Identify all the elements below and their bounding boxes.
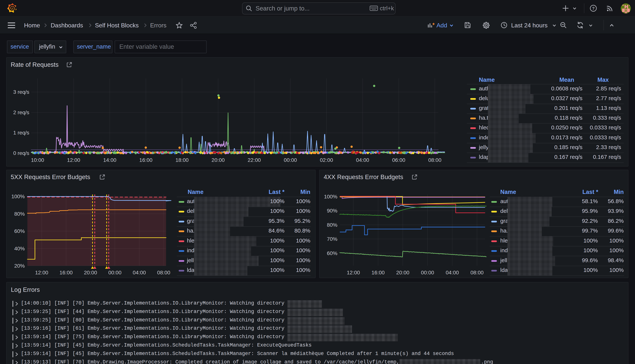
svg-text:08:00: 08:00 bbox=[428, 157, 441, 163]
svg-text:04:00: 04:00 bbox=[356, 157, 369, 163]
svg-text:02:00: 02:00 bbox=[320, 157, 333, 163]
svg-text:06:00: 06:00 bbox=[392, 157, 405, 163]
svg-text:10:00: 10:00 bbox=[31, 157, 44, 163]
svg-text:20:00: 20:00 bbox=[212, 157, 225, 163]
svg-text:?: ? bbox=[592, 6, 594, 11]
svg-text:80%: 80% bbox=[327, 222, 337, 228]
svg-text:20:00: 20:00 bbox=[84, 270, 97, 276]
svg-text:3 req/s: 3 req/s bbox=[13, 89, 29, 95]
svg-text:70%: 70% bbox=[327, 236, 337, 242]
svg-text:04:00: 04:00 bbox=[446, 270, 459, 276]
svg-text:16:00: 16:00 bbox=[372, 270, 385, 276]
svg-text:100%: 100% bbox=[324, 194, 337, 200]
svg-text:16:00: 16:00 bbox=[139, 157, 152, 163]
svg-text:60%: 60% bbox=[14, 228, 25, 234]
svg-text:2 req/s: 2 req/s bbox=[13, 110, 29, 115]
svg-text:04:00: 04:00 bbox=[133, 270, 146, 276]
svg-text:0 req/s: 0 req/s bbox=[13, 150, 29, 156]
svg-text:18:00: 18:00 bbox=[176, 157, 189, 163]
svg-text:00:00: 00:00 bbox=[284, 157, 297, 163]
svg-text:12:00: 12:00 bbox=[347, 270, 360, 276]
svg-text:16:00: 16:00 bbox=[60, 270, 73, 276]
svg-text:20:00: 20:00 bbox=[396, 270, 409, 276]
svg-text:08:00: 08:00 bbox=[157, 270, 170, 276]
svg-text:00:00: 00:00 bbox=[108, 270, 121, 276]
svg-text:12:00: 12:00 bbox=[35, 270, 48, 276]
svg-text:60%: 60% bbox=[327, 250, 337, 256]
svg-text:00:00: 00:00 bbox=[421, 270, 434, 276]
svg-text:08:00: 08:00 bbox=[470, 270, 484, 276]
svg-text:80%: 80% bbox=[14, 211, 25, 217]
svg-text:20%: 20% bbox=[14, 263, 25, 269]
svg-text:90%: 90% bbox=[327, 208, 337, 214]
svg-text:14:00: 14:00 bbox=[103, 157, 116, 163]
svg-text:40%: 40% bbox=[14, 246, 25, 252]
svg-text:22:00: 22:00 bbox=[248, 157, 261, 163]
svg-text:100%: 100% bbox=[11, 194, 25, 199]
svg-text:1 req/s: 1 req/s bbox=[13, 130, 29, 136]
svg-text:12:00: 12:00 bbox=[67, 157, 80, 163]
